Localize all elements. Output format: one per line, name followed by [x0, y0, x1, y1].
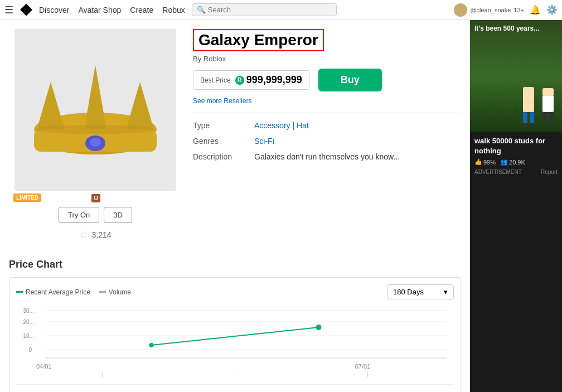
- search-icon: 🔍: [197, 6, 206, 14]
- hamburger-menu[interactable]: ☰: [4, 4, 13, 16]
- description-label: Description: [193, 152, 254, 161]
- ad-title: It's been 500 years...: [474, 25, 539, 33]
- svg-text:20...: 20...: [23, 319, 34, 325]
- item-image-container: [14, 29, 176, 191]
- item-section: LIMITED U Try On 3D ☆ 3,214 Galaxy Emper…: [0, 20, 470, 250]
- price-row: Best Price R 999,999,999 Buy: [193, 69, 461, 91]
- thumbs-up-icon: 👍: [474, 158, 482, 166]
- info-row-type: Type Accessory | Hat: [193, 118, 461, 133]
- ad-players-stat: 👥 20.9K: [500, 158, 525, 166]
- favorites-row: ☆ 3,214: [79, 229, 111, 241]
- info-row-genres: Genres Sci-Fi: [193, 133, 461, 149]
- svg-point-9: [90, 138, 101, 147]
- chart-legend: Recent Average Price Volume: [16, 288, 131, 296]
- ad-report-link[interactable]: Report: [541, 169, 558, 175]
- svg-point-21: [316, 325, 322, 330]
- chart-area: 30... 20... 10... 0: [16, 305, 454, 361]
- genres-value[interactable]: Sci-Fi: [254, 137, 274, 146]
- roblox-logo: [20, 4, 32, 16]
- type-label: Type: [193, 121, 254, 130]
- price-chart-section: Price Chart Recent Average Price Volume: [0, 250, 470, 392]
- ad-footer: walk 50000 studs for nothing 👍 99% 👥 20.…: [470, 132, 562, 180]
- ad-label: ADVERTISEMENT: [474, 169, 522, 175]
- main-layout: LIMITED U Try On 3D ☆ 3,214 Galaxy Emper…: [0, 20, 562, 392]
- svg-point-10: [34, 125, 157, 134]
- avatar: [454, 3, 467, 17]
- svg-point-0: [458, 6, 463, 10]
- ad-characters-image: [517, 76, 562, 132]
- svg-rect-28: [542, 112, 547, 122]
- divider: [193, 113, 461, 113]
- see-resellers-link[interactable]: See more Resellers: [193, 97, 461, 105]
- search-input[interactable]: [208, 6, 332, 14]
- nav-discover[interactable]: Discover: [39, 6, 69, 14]
- robux-icon: R: [235, 76, 244, 85]
- item-image-column: LIMITED U Try On 3D ☆ 3,214: [9, 29, 182, 241]
- genres-label: Genres: [193, 137, 254, 146]
- svg-rect-22: [523, 93, 534, 112]
- notification-icon[interactable]: 🔔: [530, 4, 541, 15]
- type-value[interactable]: Accessory | Hat: [254, 121, 309, 130]
- legend-avg-price: Recent Average Price: [16, 288, 90, 296]
- legend-green-line: [16, 291, 23, 293]
- best-price-label: Best Price: [200, 76, 231, 84]
- ad-image-area: It's been 500 years...: [470, 20, 562, 132]
- top-navigation: ☰ Discover Avatar Shop Create Robux 🔍 @c…: [0, 0, 562, 20]
- item-image: [23, 43, 168, 177]
- svg-marker-6: [37, 82, 65, 129]
- username: @clean_snake: [470, 7, 511, 13]
- item-title: Galaxy Emperor: [193, 29, 324, 51]
- star-icon[interactable]: ☆: [79, 229, 88, 241]
- price-number: 999,999,999: [246, 74, 302, 86]
- user-profile[interactable]: @clean_snake 13+: [454, 3, 524, 17]
- svg-rect-27: [542, 88, 554, 96]
- price-value: R 999,999,999: [235, 74, 302, 86]
- svg-point-20: [149, 343, 154, 347]
- nav-create[interactable]: Create: [130, 6, 153, 14]
- item-info-column: Galaxy Emperor By Roblox Best Price R 99…: [193, 29, 461, 241]
- chart-header: Recent Average Price Volume 180 Days ▾: [16, 284, 454, 299]
- legend-gray-line: [99, 291, 106, 293]
- legend-volume: Volume: [99, 288, 131, 296]
- x-label-0: 04/01: [36, 363, 52, 370]
- svg-marker-5: [84, 65, 106, 129]
- ad-content: It's been 500 years... walk 50000 studs …: [470, 20, 562, 392]
- svg-rect-26: [542, 95, 554, 112]
- chart-title: Price Chart: [9, 259, 461, 270]
- search-bar: 🔍: [192, 3, 337, 16]
- limited-badge: LIMITED: [13, 193, 41, 202]
- favorites-count: 3,214: [91, 230, 111, 239]
- badge-row: LIMITED U: [90, 194, 100, 202]
- thumbs-percent: 99%: [483, 159, 496, 166]
- chevron-down-icon: ▾: [444, 288, 448, 296]
- limited-u-badge: U: [91, 194, 100, 202]
- nav-avatar-shop[interactable]: Avatar Shop: [78, 6, 121, 14]
- svg-text:30...: 30...: [23, 308, 34, 314]
- nav-links: Discover Avatar Shop Create Robux: [39, 6, 185, 14]
- best-price-box: Best Price R 999,999,999: [193, 70, 309, 90]
- settings-icon[interactable]: ⚙️: [546, 4, 558, 15]
- ad-thumbs-stat: 👍 99%: [474, 158, 496, 166]
- stats-row: Quantity Sold 150 Original Price 2,050 A…: [16, 384, 454, 392]
- svg-marker-7: [126, 82, 154, 129]
- period-label: 180 Days: [393, 288, 424, 296]
- info-table: Type Accessory | Hat Genres Sci-Fi Descr…: [193, 118, 461, 164]
- 3d-button[interactable]: 3D: [104, 207, 132, 223]
- info-row-description: Description Galaxies don't run themselve…: [193, 149, 461, 164]
- period-dropdown[interactable]: 180 Days ▾: [387, 284, 454, 299]
- svg-rect-25: [530, 112, 534, 123]
- svg-rect-23: [523, 87, 534, 95]
- legend-vol-label: Volume: [109, 288, 131, 296]
- right-sidebar: It's been 500 years... walk 50000 studs …: [470, 20, 562, 392]
- nav-right-section: @clean_snake 13+ 🔔 ⚙️: [454, 3, 558, 17]
- players-count: 20.9K: [509, 159, 525, 166]
- ad-label-row: ADVERTISEMENT Report: [474, 169, 558, 175]
- nav-robux[interactable]: Robux: [162, 6, 185, 14]
- try-3d-row: Try On 3D: [59, 207, 132, 223]
- item-creator: By Roblox: [193, 55, 461, 63]
- svg-rect-29: [549, 112, 554, 122]
- buy-button[interactable]: Buy: [318, 69, 382, 91]
- chart-x-labels: 04/01 07/01: [16, 361, 454, 370]
- try-on-button[interactable]: Try On: [59, 207, 99, 223]
- x-label-1: 07/01: [355, 363, 371, 370]
